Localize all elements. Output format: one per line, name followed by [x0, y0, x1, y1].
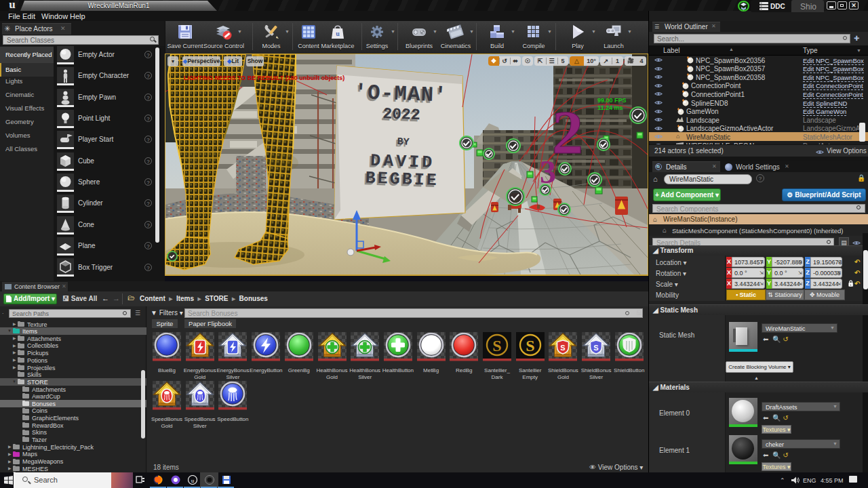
svg-text:u: u [191, 477, 195, 484]
svg-text:3: 3 [540, 154, 556, 190]
svg-text:S: S [526, 337, 534, 354]
svg-text:BY: BY [397, 136, 410, 148]
svg-text:u: u [336, 30, 340, 37]
svg-text:BEGBIE: BEGBIE [365, 168, 439, 190]
svg-text:S: S [561, 344, 566, 352]
svg-text:S: S [593, 344, 598, 352]
svg-text:S: S [492, 337, 501, 354]
svg-text:2022: 2022 [382, 105, 420, 124]
svg-text:'O-MAN': 'O-MAN' [354, 81, 448, 108]
svg-text:2: 2 [552, 98, 583, 167]
